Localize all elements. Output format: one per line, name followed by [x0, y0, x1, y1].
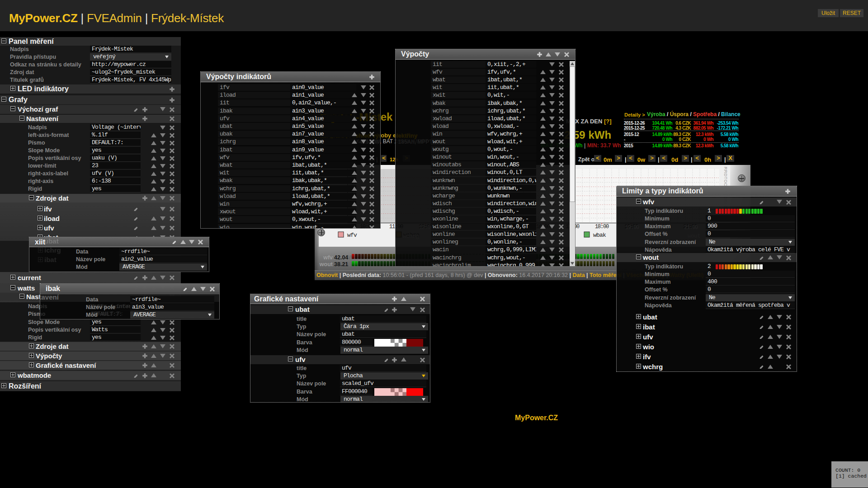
svg-text:wfv: wfv — [347, 232, 357, 239]
svg-text:18:00: 18:00 — [595, 224, 609, 230]
svg-text:wbak: wbak — [593, 232, 606, 239]
